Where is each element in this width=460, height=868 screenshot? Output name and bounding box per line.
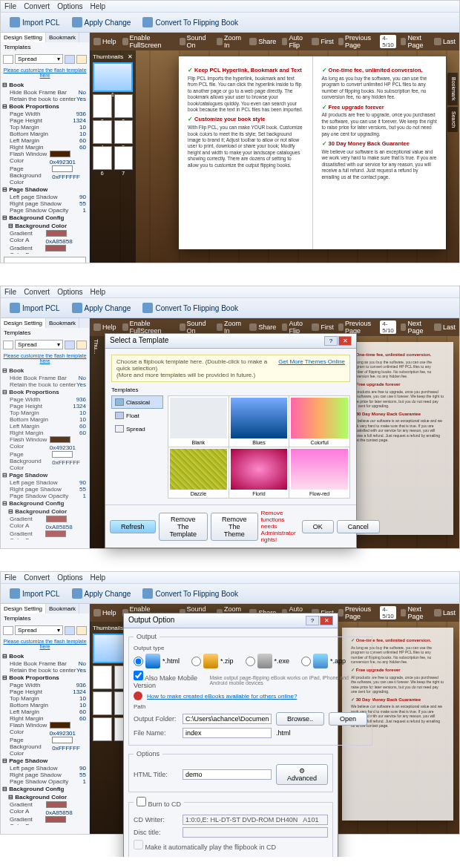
menu-options[interactable]: Options <box>57 2 82 10</box>
menu-convert[interactable]: Convert <box>24 2 50 10</box>
thumb-5[interactable]: 5 <box>114 120 134 144</box>
next-page-button[interactable]: Next Page <box>401 34 430 49</box>
template-type-list: Classical Float Spread <box>111 395 163 499</box>
help-button[interactable]: Help <box>93 38 116 45</box>
zoom-button[interactable]: Zoom In <box>217 34 243 49</box>
how-link[interactable]: How to make created eBooks available for… <box>147 693 297 700</box>
autoplay-checkbox: Make it automatically play the flipbook … <box>134 840 276 851</box>
flipbook[interactable]: Keep PCL Hyperlink, Bookmark and TextFli… <box>179 56 446 249</box>
output-type-radios: *.html *.zip *.exe *.app <box>134 654 367 668</box>
help-icon <box>93 38 101 45</box>
gear-icon: ⚙ <box>299 767 305 775</box>
theme-colorful[interactable]: Colorful <box>289 396 349 447</box>
side-tab-search[interactable]: Search <box>447 107 458 132</box>
apply-icon <box>72 17 82 27</box>
menu-file[interactable]: File <box>4 2 16 10</box>
apply-change-button[interactable]: Apply Change <box>67 300 137 315</box>
zoom-icon <box>217 38 223 45</box>
theme-flow-red[interactable]: Flow-red <box>289 447 349 498</box>
sound-button[interactable]: Sound On <box>180 34 211 49</box>
close-thumbs-icon[interactable]: ✕ <box>128 53 133 60</box>
first-icon <box>312 38 319 45</box>
theme-florid[interactable]: Florid <box>229 447 289 498</box>
theme-dazzle[interactable]: Dazzle <box>168 447 229 498</box>
cancel-button[interactable]: Cancel <box>337 520 380 533</box>
menubar: File Convert Options Help <box>1 1 459 13</box>
template-hint: Get More Themes Online Choose a flipbook… <box>111 355 350 382</box>
apply-change-button[interactable]: Apply Change <box>67 15 137 30</box>
theme-blank[interactable]: Blank <box>168 396 229 447</box>
exe-icon <box>257 654 272 668</box>
convert-button[interactable]: Convert To Flipping Book <box>137 300 243 315</box>
side-tab-bookmark[interactable]: Bookmark <box>447 73 458 105</box>
template-thumb[interactable] <box>3 55 13 64</box>
fullscreen-button[interactable]: Enable FullScreen <box>122 34 174 49</box>
thumb-7[interactable]: 7 <box>114 146 134 170</box>
thumb-1[interactable]: 1 <box>93 62 133 92</box>
sound-icon <box>180 38 185 45</box>
last-icon <box>434 38 441 45</box>
customize-link[interactable]: Please customize the flash template here <box>1 66 89 79</box>
first-page-button[interactable]: First <box>312 38 334 45</box>
group-pageshadow[interactable]: ⊟ Page Shadow <box>2 185 88 194</box>
app-window-1: File Convert Options Help Import PCL App… <box>0 0 460 263</box>
autoflip-button[interactable]: Auto Flip <box>282 34 307 49</box>
remove-theme-button[interactable]: Remove The Theme <box>211 513 258 541</box>
group-book[interactable]: ⊟ Book <box>2 81 88 89</box>
template-save[interactable] <box>76 55 87 64</box>
file-name-input[interactable] <box>183 728 272 738</box>
refresh-button[interactable]: Refresh <box>110 520 156 533</box>
template-spread[interactable]: Spread <box>111 422 163 435</box>
thumb-2[interactable]: 2 <box>93 94 112 118</box>
thumb-4[interactable]: 4 <box>93 120 112 144</box>
close-icon[interactable]: ✕ <box>338 336 352 346</box>
template-classical[interactable]: Classical <box>111 395 163 409</box>
group-bgconfig[interactable]: ⊟ Background Config <box>2 214 88 222</box>
convert-button[interactable]: Convert To Flipping Book <box>137 586 243 601</box>
browse-button[interactable]: Browse.. <box>276 712 324 726</box>
output-option-dialog: Output Option ?✕ Output Output type *.ht… <box>123 613 338 857</box>
apply-change-button[interactable]: Apply Change <box>67 586 137 601</box>
template-float[interactable]: Float <box>111 409 163 422</box>
theme-blues[interactable]: Blues <box>229 396 289 447</box>
share-button[interactable]: Share <box>249 38 276 45</box>
app-window-2: FileConvertOptionsHelp Import PCL Apply … <box>0 286 460 549</box>
last-page-button[interactable]: Last <box>434 38 456 45</box>
disc-title-input <box>183 827 328 838</box>
template-select[interactable]: Spread▾ <box>15 54 63 64</box>
convert-button[interactable]: Convert To Flipping Book <box>137 15 243 30</box>
html-title-input[interactable] <box>183 769 272 780</box>
import-icon <box>10 17 20 27</box>
more-themes-link[interactable]: Get More Themes Online <box>278 358 345 365</box>
fullscreen-icon <box>122 38 128 45</box>
import-pcl-button[interactable]: Import PCL <box>4 586 65 601</box>
tab-bookmark[interactable]: Bookmark <box>46 33 79 42</box>
close-icon[interactable]: ✕ <box>320 616 333 625</box>
thumb-3[interactable]: 3 <box>114 94 134 118</box>
type-exe[interactable]: *.exe <box>246 654 290 668</box>
page-indicator[interactable]: 4-5/10 <box>380 35 396 48</box>
property-tree[interactable]: ⊟ Book Hide Book Frame BarNo Retain the … <box>1 79 89 254</box>
template-grid: Blank Blues Colorful Dazzle Florid Flow-… <box>168 395 350 499</box>
ok-button[interactable]: OK <box>302 520 334 533</box>
help-icon[interactable]: ? <box>324 336 338 346</box>
open-button[interactable]: Open <box>329 712 367 726</box>
prev-page-button[interactable]: Previous Page <box>338 34 375 49</box>
burn-group: Burn to CD CD Writer: Disc title: Make i… <box>128 797 333 857</box>
burn-checkbox[interactable]: Burn to CD <box>137 800 181 808</box>
import-pcl-button[interactable]: Import PCL <box>4 15 65 30</box>
help-icon[interactable]: ? <box>306 616 319 625</box>
advanced-button[interactable]: ⚙ Advanced <box>276 764 328 785</box>
thumb-6[interactable]: 6 <box>93 146 112 170</box>
also-mobile-checkbox[interactable]: Also Make Mobile Version <box>134 671 205 689</box>
tab-design-setting[interactable]: Design Setting <box>1 33 46 42</box>
type-app[interactable]: *.app <box>301 654 346 668</box>
output-folder-input[interactable] <box>183 714 272 724</box>
remove-template-button[interactable]: Remove The Template <box>159 513 208 541</box>
group-proportions[interactable]: ⊟ Book Proportions <box>2 102 88 111</box>
template-browse[interactable] <box>65 55 75 64</box>
type-html[interactable]: *.html <box>134 654 180 668</box>
type-zip[interactable]: *.zip <box>191 654 234 668</box>
import-pcl-button[interactable]: Import PCL <box>4 300 65 315</box>
menu-help[interactable]: Help <box>91 2 106 10</box>
